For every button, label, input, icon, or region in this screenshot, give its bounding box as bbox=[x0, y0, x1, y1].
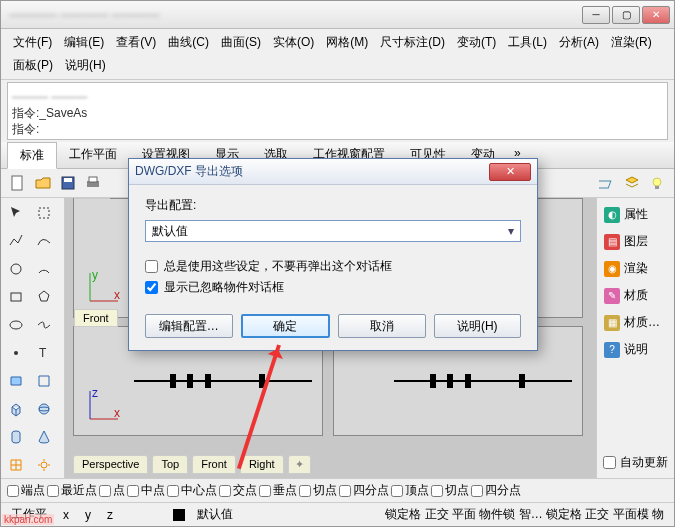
menu-solid[interactable]: 实体(O) bbox=[267, 31, 320, 54]
cmd-prompt[interactable]: 指令: bbox=[12, 121, 663, 137]
menu-transform[interactable]: 变动(T) bbox=[451, 31, 502, 54]
panel-material-lib[interactable]: ▦材质… bbox=[599, 310, 672, 335]
osnap-mid[interactable]: 中点 bbox=[127, 482, 165, 499]
viewport-label[interactable]: Top bbox=[74, 198, 110, 199]
osnap-point[interactable]: 点 bbox=[99, 482, 125, 499]
vtab-top[interactable]: Top bbox=[152, 455, 188, 474]
menu-render[interactable]: 渲染(R) bbox=[605, 31, 658, 54]
dialog-titlebar[interactable]: DWG/DXF 导出选项 ✕ bbox=[129, 159, 537, 185]
menu-mesh[interactable]: 网格(M) bbox=[320, 31, 374, 54]
osnap-vert[interactable]: 顶点 bbox=[391, 482, 429, 499]
svg-text:z: z bbox=[92, 386, 98, 400]
sphere-icon[interactable] bbox=[31, 396, 57, 422]
status-layer[interactable]: 默认值 bbox=[193, 505, 237, 524]
open-icon[interactable] bbox=[32, 172, 54, 194]
help-button[interactable]: 说明(H) bbox=[434, 314, 522, 338]
svg-rect-2 bbox=[64, 178, 72, 182]
menu-view[interactable]: 查看(V) bbox=[110, 31, 162, 54]
osnap-end[interactable]: 端点 bbox=[7, 482, 45, 499]
print-icon[interactable] bbox=[82, 172, 104, 194]
arrow-icon[interactable] bbox=[3, 200, 29, 226]
minimize-button[interactable]: ─ bbox=[582, 6, 610, 24]
menu-file[interactable]: 文件(F) bbox=[7, 31, 58, 54]
dialog-close-button[interactable]: ✕ bbox=[489, 163, 531, 181]
panel-help[interactable]: ?说明 bbox=[599, 337, 672, 362]
panel-render[interactable]: ◉渲染 bbox=[599, 256, 672, 281]
circle-icon[interactable] bbox=[3, 256, 29, 282]
panel-layers[interactable]: ▤图层 bbox=[599, 229, 672, 254]
rect-icon[interactable] bbox=[3, 284, 29, 310]
surface-icon[interactable] bbox=[3, 368, 29, 394]
panel-properties[interactable]: ◐属性 bbox=[599, 202, 672, 227]
curve-icon[interactable] bbox=[31, 312, 57, 338]
window-buttons: ─ ▢ ✕ bbox=[582, 6, 670, 24]
svg-point-11 bbox=[10, 321, 22, 329]
spline-icon[interactable] bbox=[31, 228, 57, 254]
osnap-cen[interactable]: 中心点 bbox=[167, 482, 217, 499]
tab-standard[interactable]: 标准 bbox=[7, 142, 57, 169]
export-config-select[interactable]: 默认值 ▾ bbox=[145, 220, 521, 242]
osnap-int[interactable]: 交点 bbox=[219, 482, 257, 499]
vtab-perspective[interactable]: Perspective bbox=[73, 455, 148, 474]
mesh-icon[interactable] bbox=[3, 452, 29, 478]
new-icon[interactable] bbox=[7, 172, 29, 194]
ellipse-icon[interactable] bbox=[3, 312, 29, 338]
point-icon[interactable] bbox=[3, 340, 29, 366]
loft-icon[interactable] bbox=[31, 368, 57, 394]
osnap-near[interactable]: 最近点 bbox=[47, 482, 97, 499]
box-icon[interactable] bbox=[3, 396, 29, 422]
svg-rect-7 bbox=[655, 186, 659, 189]
osnap-tan[interactable]: 切点 bbox=[299, 482, 337, 499]
vtab-right[interactable]: Right bbox=[240, 455, 284, 474]
auto-update-checkbox[interactable]: 自动更新 bbox=[599, 451, 672, 474]
menu-analyze[interactable]: 分析(A) bbox=[553, 31, 605, 54]
gear-icon[interactable] bbox=[31, 452, 57, 478]
status-flags[interactable]: 锁定格 正交 平面 物件锁 智… 锁定格 正交 平面模 物 bbox=[381, 505, 668, 524]
menu-panels[interactable]: 面板(P) bbox=[7, 54, 59, 77]
menu-curve[interactable]: 曲线(C) bbox=[162, 31, 215, 54]
vtab-add[interactable]: ✦ bbox=[288, 455, 311, 474]
idea-icon[interactable] bbox=[646, 172, 668, 194]
close-button[interactable]: ✕ bbox=[642, 6, 670, 24]
osnap-perp[interactable]: 垂点 bbox=[259, 482, 297, 499]
text-icon[interactable]: T bbox=[31, 340, 57, 366]
polygon-icon[interactable] bbox=[31, 284, 57, 310]
status-cplane[interactable]: 工作平 bbox=[7, 505, 51, 524]
always-use-checkbox[interactable]: 总是使用这些设定，不要再弹出这个对话框 bbox=[145, 256, 521, 277]
tab-cplane[interactable]: 工作平面 bbox=[57, 142, 130, 168]
cancel-button[interactable]: 取消 bbox=[338, 314, 426, 338]
dialog-title: DWG/DXF 导出选项 bbox=[135, 163, 489, 180]
osnap-knot[interactable]: 切点 bbox=[431, 482, 469, 499]
layers-icon[interactable] bbox=[621, 172, 643, 194]
menu-dimension[interactable]: 尺寸标注(D) bbox=[374, 31, 451, 54]
menubar: 文件(F) 编辑(E) 查看(V) 曲线(C) 曲面(S) 实体(O) 网格(M… bbox=[1, 29, 674, 80]
panel-materials[interactable]: ✎材质 bbox=[599, 283, 672, 308]
save-icon[interactable] bbox=[57, 172, 79, 194]
svg-text:y: y bbox=[92, 268, 98, 282]
lasso-icon[interactable] bbox=[31, 200, 57, 226]
menu-surface[interactable]: 曲面(S) bbox=[215, 31, 267, 54]
status-layer-swatch[interactable] bbox=[173, 509, 185, 521]
cone-icon[interactable] bbox=[31, 424, 57, 450]
axis-icon: xy bbox=[84, 267, 124, 307]
maximize-button[interactable]: ▢ bbox=[612, 6, 640, 24]
viewport-label[interactable]: Front bbox=[74, 309, 118, 327]
edit-config-button[interactable]: 编辑配置… bbox=[145, 314, 233, 338]
window-title: ———— ———— ———— bbox=[5, 8, 582, 22]
cylinder-icon[interactable] bbox=[3, 424, 29, 450]
osnap-quad2[interactable]: 四分点 bbox=[471, 482, 521, 499]
vtab-front[interactable]: Front bbox=[192, 455, 236, 474]
menu-edit[interactable]: 编辑(E) bbox=[58, 31, 110, 54]
show-skipped-checkbox[interactable]: 显示已忽略物件对话框 bbox=[145, 277, 521, 298]
ok-button[interactable]: 确定 bbox=[241, 314, 331, 338]
svg-text:x: x bbox=[114, 288, 120, 302]
arc-icon[interactable] bbox=[31, 256, 57, 282]
select-value: 默认值 bbox=[152, 223, 188, 240]
cplane-icon[interactable] bbox=[596, 172, 618, 194]
menu-help[interactable]: 说明(H) bbox=[59, 54, 112, 77]
menu-tools[interactable]: 工具(L) bbox=[502, 31, 553, 54]
axis-icon: xz bbox=[84, 385, 124, 425]
polyline-icon[interactable] bbox=[3, 228, 29, 254]
osnap-quad[interactable]: 四分点 bbox=[339, 482, 389, 499]
command-area[interactable]: ——— ——— 指令:_SaveAs 指令: bbox=[7, 82, 668, 140]
